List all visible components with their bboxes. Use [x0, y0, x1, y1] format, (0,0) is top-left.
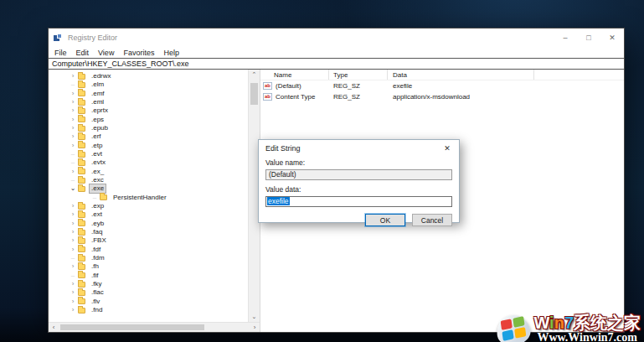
chevron-right-icon[interactable]: › — [68, 73, 78, 80]
tree-item-epub[interactable]: ›.epub — [49, 124, 260, 132]
chevron-right-icon[interactable]: › — [68, 133, 78, 140]
tree-item-label: .exp — [89, 202, 106, 210]
tree-guide-dash: – — [68, 255, 78, 262]
tree-item-elm[interactable]: –.elm — [49, 80, 260, 89]
scroll-up-icon[interactable]: ⌃ — [249, 70, 260, 80]
dialog-titlebar[interactable]: Edit String ✕ — [259, 140, 459, 157]
tree-item-evtx[interactable]: –.evtx — [49, 158, 260, 167]
vscroll-thumb[interactable] — [250, 83, 258, 105]
menu-favorites[interactable]: Favorites — [123, 49, 154, 57]
folder-icon — [78, 204, 85, 210]
value-row[interactable]: abContent TypeREG_SZapplication/x-msdown… — [260, 91, 624, 102]
maximize-button[interactable]: □ — [577, 28, 600, 47]
chevron-down-icon[interactable]: ⌄ — [68, 185, 78, 192]
column-header-name[interactable]: Name — [260, 70, 329, 80]
chevron-right-icon[interactable]: › — [68, 107, 78, 114]
tree-item-persistenthandler[interactable]: –PersistentHandler — [49, 194, 260, 202]
column-header-type[interactable]: Type — [329, 70, 388, 80]
tree-item-edrwx[interactable]: ›.edrwx — [49, 72, 260, 80]
tree-item-flac[interactable]: ›.flac — [49, 288, 260, 297]
tree-item-label: .fky — [89, 280, 104, 288]
value-row[interactable]: ab(Default)REG_SZexefile — [260, 80, 624, 91]
chevron-right-icon[interactable]: › — [68, 203, 78, 210]
dialog-title: Edit String — [259, 144, 435, 153]
chevron-right-icon[interactable]: › — [68, 281, 78, 288]
chevron-right-icon[interactable]: › — [68, 237, 78, 244]
address-path: Computer\HKEY_CLASSES_ROOT\.exe — [52, 60, 189, 68]
titlebar[interactable]: Registry Editor – □ ✕ — [49, 28, 624, 47]
tree-item-label: .fdf — [89, 246, 103, 254]
tree-horizontal-scrollbar[interactable]: ‹ › — [49, 322, 260, 332]
tree-guide-dash: – — [68, 159, 78, 166]
folder-icon — [78, 126, 85, 132]
value-data-input[interactable]: exefile — [265, 196, 452, 207]
scroll-left-icon[interactable]: ‹ — [49, 323, 59, 332]
menubar: FileEditViewFavoritesHelp — [49, 47, 624, 58]
tree-item-exe[interactable]: ⌄.exe — [49, 184, 260, 193]
tree-item-emf[interactable]: ›.emf — [49, 90, 260, 98]
tree-item-erf[interactable]: ›.erf — [49, 132, 260, 141]
address-bar[interactable]: Computer\HKEY_CLASSES_ROOT\.exe — [49, 58, 624, 70]
chevron-right-icon[interactable]: › — [68, 229, 78, 236]
tree-item-fbx[interactable]: ›.FBX — [49, 236, 260, 245]
tree-item-fdm[interactable]: –.fdm — [49, 254, 260, 262]
folder-icon — [78, 272, 85, 278]
tree-item-exc[interactable]: –.exc — [49, 176, 260, 184]
tree-item-label: .eps — [89, 116, 106, 124]
close-button[interactable]: ✕ — [600, 28, 624, 47]
chevron-right-icon[interactable]: › — [68, 117, 78, 123]
window-title: Registry Editor — [68, 34, 554, 42]
tree-item-ex_[interactable]: ›.ex_ — [49, 168, 260, 176]
value-data-label: Value data: — [265, 185, 452, 194]
chevron-right-icon[interactable]: › — [68, 263, 78, 270]
chevron-right-icon[interactable]: › — [68, 91, 78, 97]
chevron-right-icon[interactable]: › — [68, 99, 78, 106]
folder-icon — [78, 160, 85, 166]
menu-edit[interactable]: Edit — [76, 49, 90, 57]
tree-item-eyb[interactable]: ›.eyb — [49, 220, 260, 228]
chevron-right-icon[interactable]: › — [68, 220, 78, 227]
tree-item-fh[interactable]: ›.fh — [49, 262, 260, 271]
value-type: REG_SZ — [329, 93, 388, 101]
tree-item-label: .faq — [89, 228, 105, 236]
chevron-right-icon[interactable]: › — [68, 168, 78, 175]
tree-item-fdf[interactable]: ›.fdf — [49, 246, 260, 254]
chevron-right-icon[interactable]: › — [68, 298, 78, 305]
chevron-right-icon[interactable]: › — [68, 289, 78, 296]
column-header-filler — [534, 70, 624, 80]
dialog-close-icon[interactable]: ✕ — [435, 140, 459, 157]
tree-item-label: .fnd — [89, 306, 105, 314]
tree-item-exp[interactable]: ›.exp — [49, 202, 260, 210]
tree-item-eml[interactable]: ›.eml — [49, 98, 260, 106]
chevron-right-icon[interactable]: › — [68, 307, 78, 314]
menu-view[interactable]: View — [98, 49, 114, 57]
minimize-button[interactable]: – — [554, 28, 577, 47]
folder-icon — [78, 142, 85, 148]
tree-item-flv[interactable]: ›.flv — [49, 298, 260, 306]
column-header-data[interactable]: Data — [388, 70, 534, 80]
hscroll-thumb[interactable] — [60, 324, 204, 330]
tree-item-fnd[interactable]: ›.fnd — [49, 306, 260, 314]
tree-item-ext[interactable]: ›.ext — [49, 210, 260, 219]
scroll-down-icon[interactable]: ⌄ — [249, 312, 260, 322]
chevron-right-icon[interactable]: › — [68, 211, 78, 218]
tree-item-evt[interactable]: –.evt — [49, 150, 260, 158]
chevron-right-icon[interactable]: › — [68, 246, 78, 253]
menu-file[interactable]: File — [54, 49, 67, 57]
tree-guide-dash: – — [68, 177, 78, 184]
tree-item-eprtx[interactable]: ›.eprtx — [49, 106, 260, 115]
value-name-field: (Default) — [265, 169, 452, 180]
cancel-button[interactable]: Cancel — [412, 214, 452, 226]
ok-button[interactable]: OK — [365, 214, 405, 226]
scroll-right-icon[interactable]: › — [250, 323, 260, 332]
chevron-right-icon[interactable]: › — [68, 125, 78, 132]
tree-item-fky[interactable]: ›.fky — [49, 280, 260, 288]
tree-item-fif[interactable]: –.fif — [49, 272, 260, 280]
tree-item-faq[interactable]: ›.faq — [49, 228, 260, 236]
tree-item-etp[interactable]: ›.etp — [49, 142, 260, 150]
chevron-right-icon[interactable]: › — [68, 142, 78, 149]
tree-guide-dash: – — [68, 272, 78, 279]
menu-help[interactable]: Help — [163, 49, 179, 57]
tree-item-eps[interactable]: ›.eps — [49, 116, 260, 124]
folder-icon — [78, 220, 85, 226]
